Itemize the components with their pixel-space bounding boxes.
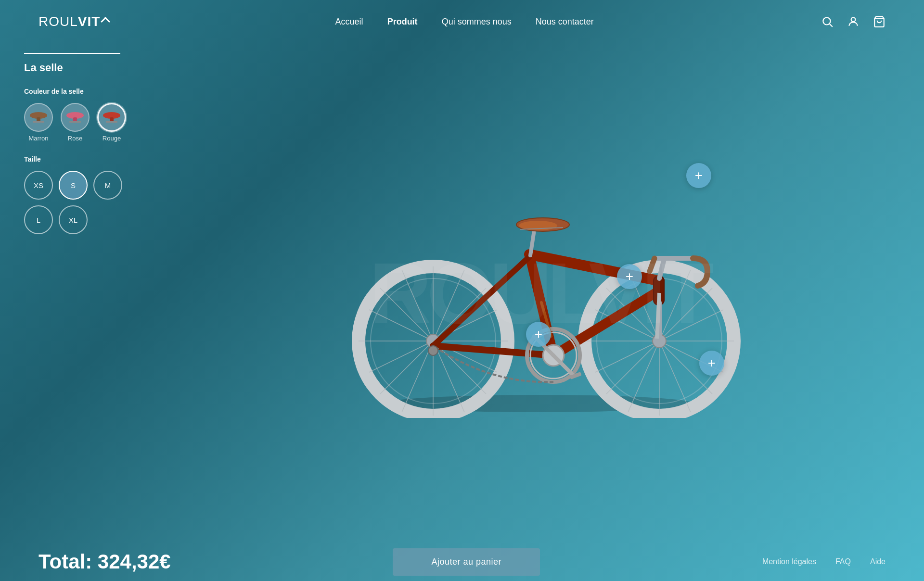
logo-text-roul: ROUL [38, 14, 78, 29]
search-icon[interactable] [821, 15, 834, 28]
swatch-rose[interactable] [61, 103, 90, 132]
account-icon[interactable] [847, 15, 860, 28]
color-label: Couleur de la selle [24, 88, 130, 95]
nav-item-accueil[interactable]: Accueil [335, 17, 363, 27]
swatch-wrap-rose: Rose [61, 103, 90, 142]
size-btn-l[interactable]: L [24, 205, 53, 234]
main-nav: Accueil Produit Qui sommes nous Nous con… [335, 17, 594, 27]
color-swatches: Marron Rose [24, 103, 130, 142]
swatch-label-marron: Marron [28, 135, 48, 142]
swatch-label-rose: Rose [68, 135, 82, 142]
svg-rect-12 [106, 121, 117, 123]
logo-mark-icon [101, 17, 111, 26]
svg-point-74 [428, 346, 438, 355]
add-to-cart-button[interactable]: Ajouter au panier [393, 548, 540, 576]
sidebar: La selle Couleur de la selle Marron [0, 43, 154, 543]
footer-link-mentions[interactable]: Mention légales [762, 557, 816, 566]
swatch-rouge[interactable] [97, 103, 126, 132]
svg-rect-6 [33, 121, 44, 123]
plus-button-top-right[interactable]: + [686, 163, 711, 188]
svg-point-2 [851, 17, 856, 22]
size-btn-s[interactable]: S [59, 171, 88, 200]
footer-link-faq[interactable]: FAQ [835, 557, 851, 566]
nav-item-produit[interactable]: Produit [387, 17, 418, 27]
swatch-label-rouge: Rouge [103, 135, 121, 142]
footer-link-aide[interactable]: Aide [870, 557, 886, 566]
header-icons [821, 15, 886, 28]
section-divider [24, 53, 120, 54]
swatch-wrap-marron: Marron [24, 103, 53, 142]
svg-line-1 [830, 24, 833, 27]
size-grid: XS S M L XL [24, 171, 130, 234]
section-title: La selle [24, 62, 130, 74]
swatch-wrap-rouge: Rouge [97, 103, 126, 142]
svg-rect-9 [69, 121, 81, 123]
svg-point-0 [823, 17, 830, 25]
header: ROULVIT Accueil Produit Qui sommes nous … [0, 0, 924, 43]
plus-button-bottom-center[interactable]: + [526, 322, 551, 347]
svg-line-40 [606, 341, 659, 394]
cart-icon[interactable] [873, 15, 886, 28]
bike-area: ROULVIT + + + + [154, 43, 924, 543]
plus-button-bottom-right[interactable]: + [699, 351, 724, 376]
logo[interactable]: ROULVIT [38, 14, 108, 29]
footer: Total: 324,32€ Ajouter au panier Mention… [0, 543, 924, 581]
size-label: Taille [24, 155, 130, 163]
size-btn-m[interactable]: M [93, 171, 122, 200]
svg-line-21 [380, 341, 433, 394]
swatch-marron[interactable] [24, 103, 53, 132]
nav-item-nous-contacter[interactable]: Nous contacter [536, 17, 594, 27]
svg-line-48 [595, 341, 659, 372]
main-content: La selle Couleur de la selle Marron [0, 43, 924, 543]
footer-links: Mention légales FAQ Aide [762, 557, 886, 566]
svg-line-29 [369, 341, 433, 372]
size-section: Taille XS S M L XL [24, 155, 130, 234]
total-price: Total: 324,32€ [38, 550, 171, 573]
size-btn-xs[interactable]: XS [24, 171, 53, 200]
svg-line-55 [433, 346, 553, 355]
size-btn-xl[interactable]: XL [59, 205, 88, 234]
plus-button-middle-right[interactable]: + [617, 264, 642, 289]
nav-item-qui-sommes-nous[interactable]: Qui sommes nous [442, 17, 512, 27]
logo-text-vit: VIT [78, 14, 101, 29]
